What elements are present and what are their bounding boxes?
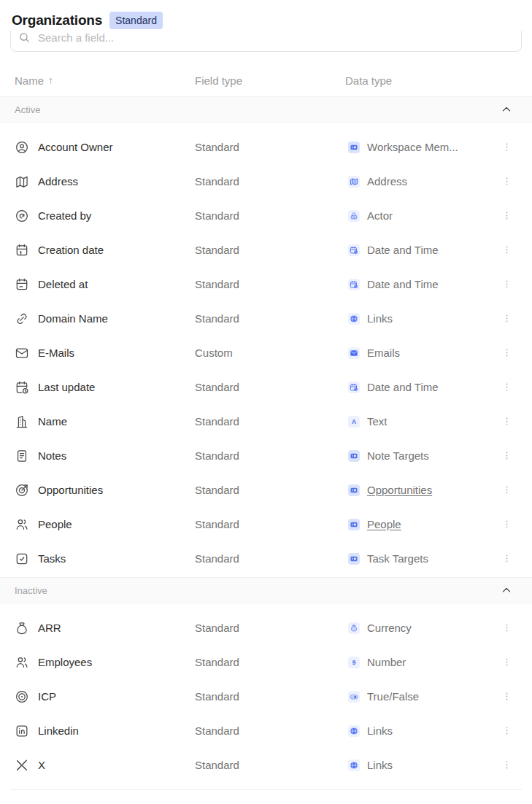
row-menu-button[interactable] bbox=[498, 722, 515, 739]
row-name-cell: Last update bbox=[15, 380, 195, 395]
row-data-type-label: Emails bbox=[367, 347, 400, 359]
table-row[interactable]: Domain Name Standard Links bbox=[0, 301, 532, 336]
page-header: Organizations Standard bbox=[0, 0, 532, 31]
row-field-type: Standard bbox=[195, 690, 345, 703]
row-menu-button[interactable] bbox=[498, 654, 515, 670]
table-row[interactable]: Created by Standard Actor bbox=[0, 198, 532, 233]
row-name-label: Created by bbox=[38, 209, 91, 222]
row-menu-button[interactable] bbox=[498, 413, 515, 430]
row-name-cell: E-Mails bbox=[15, 346, 195, 360]
row-menu-cell bbox=[492, 722, 521, 739]
row-menu-button[interactable] bbox=[498, 447, 515, 464]
row-menu-button[interactable] bbox=[498, 482, 515, 498]
row-field-type: Standard bbox=[195, 175, 345, 188]
row-menu-button[interactable] bbox=[498, 619, 515, 636]
row-name-label: Name bbox=[38, 415, 67, 428]
field-sections: Active Account Owner Standard Workspace … bbox=[0, 96, 532, 784]
table-row[interactable]: Tasks Standard Task Targets bbox=[0, 541, 532, 576]
row-menu-cell bbox=[492, 654, 521, 670]
chevron-up-icon[interactable] bbox=[500, 103, 513, 116]
calendar-icon bbox=[15, 243, 29, 258]
table-row[interactable]: E-Mails Custom Emails bbox=[0, 336, 532, 370]
row-menu-button[interactable] bbox=[498, 276, 515, 293]
kebab-menu-icon bbox=[501, 210, 512, 221]
linkedin-icon bbox=[15, 724, 29, 738]
row-data-type-label: Address bbox=[367, 175, 407, 188]
table-row[interactable]: Notes Standard Note Targets bbox=[0, 438, 532, 473]
section-header[interactable]: Active bbox=[0, 96, 532, 123]
building-icon bbox=[15, 414, 29, 429]
row-data-type-label: Links bbox=[367, 724, 393, 737]
table-row[interactable]: Deleted at Standard Date and Time bbox=[0, 267, 532, 301]
link-icon bbox=[15, 312, 29, 326]
row-name-cell: People bbox=[15, 517, 195, 532]
row-name-cell: Account Owner bbox=[15, 140, 195, 155]
relation-icon bbox=[348, 519, 360, 530]
table-row[interactable]: Creation date Standard Date and Time bbox=[0, 233, 532, 267]
row-menu-button[interactable] bbox=[498, 207, 515, 224]
row-data-type-cell: Note Targets bbox=[345, 449, 492, 462]
table-row[interactable]: Employees Standard 9 Number bbox=[0, 645, 532, 679]
column-header-name-label: Name bbox=[15, 74, 44, 87]
section-rows: Account Owner Standard Workspace Mem... … bbox=[0, 123, 532, 577]
row-data-type-label[interactable]: Opportunities bbox=[367, 484, 432, 496]
table-row[interactable]: ARR Standard Currency bbox=[0, 611, 532, 645]
row-menu-button[interactable] bbox=[498, 344, 515, 361]
row-menu-button[interactable] bbox=[498, 310, 515, 327]
row-menu-cell bbox=[492, 619, 521, 636]
row-menu-cell bbox=[492, 344, 521, 361]
kebab-menu-icon bbox=[501, 279, 512, 290]
table-row[interactable]: X Standard Links bbox=[0, 748, 532, 782]
row-menu-button[interactable] bbox=[498, 241, 515, 258]
globe-icon bbox=[348, 725, 360, 737]
row-menu-button[interactable] bbox=[498, 757, 515, 773]
row-menu-button[interactable] bbox=[498, 139, 515, 155]
row-name-label: Last update bbox=[38, 381, 95, 393]
chevron-up-icon[interactable] bbox=[500, 584, 513, 597]
notes-icon bbox=[15, 449, 29, 463]
row-menu-cell bbox=[492, 173, 521, 190]
search-box[interactable] bbox=[10, 31, 522, 52]
row-data-type-label: Date and Time bbox=[367, 244, 439, 256]
row-data-type-cell: Date and Time bbox=[345, 244, 492, 256]
table-header: Name ↑ Field type Data type bbox=[0, 53, 532, 96]
row-menu-button[interactable] bbox=[498, 688, 515, 705]
row-data-type-cell: 9 Number bbox=[345, 656, 492, 668]
column-header-data-type[interactable]: Data type bbox=[345, 74, 492, 87]
table-row[interactable]: ICP Standard True/False bbox=[0, 679, 532, 714]
table-row[interactable]: Account Owner Standard Workspace Mem... bbox=[0, 130, 532, 164]
row-data-type-cell: Task Targets bbox=[345, 552, 492, 565]
map-icon bbox=[15, 174, 29, 189]
row-name-label: ICP bbox=[38, 690, 56, 703]
search-input[interactable] bbox=[36, 31, 514, 45]
target-icon bbox=[15, 689, 29, 704]
row-name-label: Notes bbox=[38, 449, 66, 462]
row-field-type: Standard bbox=[195, 278, 345, 290]
row-menu-cell bbox=[492, 688, 521, 705]
row-data-type-cell: Currency bbox=[345, 622, 492, 634]
row-name-cell: Domain Name bbox=[15, 312, 195, 326]
users-icon bbox=[15, 517, 29, 532]
table-row[interactable]: Address Standard Address bbox=[0, 164, 532, 198]
moneybag-blue-icon bbox=[348, 622, 360, 634]
kebab-menu-icon bbox=[501, 382, 512, 393]
table-row[interactable]: Name Standard A Text bbox=[0, 404, 532, 438]
table-row[interactable]: Last update Standard Date and Time bbox=[0, 370, 532, 404]
column-header-field-type[interactable]: Field type bbox=[195, 74, 345, 87]
table-row[interactable]: Opportunities Standard Opportunities bbox=[0, 473, 532, 507]
table-row[interactable]: People Standard People bbox=[0, 507, 532, 541]
section-header[interactable]: Inactive bbox=[0, 577, 532, 603]
row-data-type-label: Currency bbox=[367, 622, 412, 634]
row-data-type-label[interactable]: People bbox=[367, 518, 401, 530]
calendar-time-icon bbox=[348, 279, 360, 290]
row-menu-button[interactable] bbox=[498, 516, 515, 533]
row-menu-button[interactable] bbox=[498, 550, 515, 567]
row-data-type-label: Date and Time bbox=[367, 278, 439, 290]
column-header-name[interactable]: Name ↑ bbox=[15, 74, 195, 87]
row-data-type-label: Date and Time bbox=[367, 381, 439, 393]
row-menu-button[interactable] bbox=[498, 173, 515, 190]
map-blue-icon bbox=[348, 176, 360, 188]
table-row[interactable]: Linkedin Standard Links bbox=[0, 714, 532, 748]
row-field-type: Standard bbox=[195, 209, 345, 222]
row-menu-button[interactable] bbox=[498, 379, 515, 395]
